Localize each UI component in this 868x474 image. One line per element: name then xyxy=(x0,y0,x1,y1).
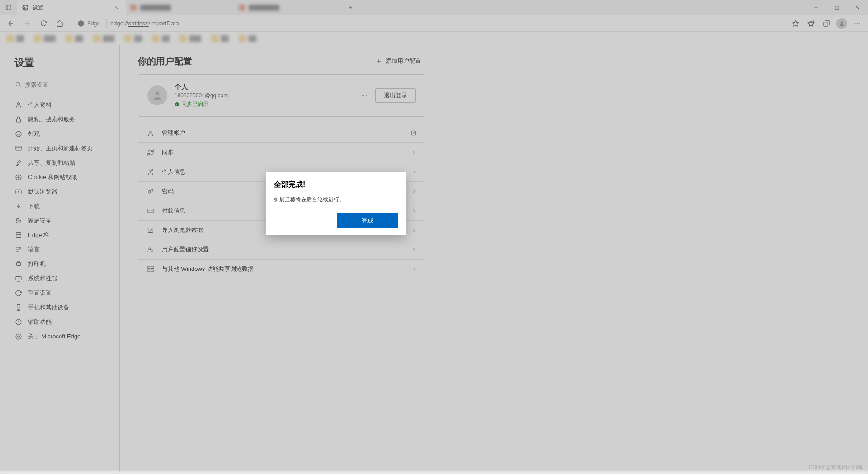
completion-dialog: 全部完成! 扩展迁移将在后台继续进行。 完成 xyxy=(266,172,406,235)
dialog-body: 扩展迁移将在后台继续进行。 xyxy=(274,196,398,204)
modal-overlay xyxy=(0,0,868,474)
done-button[interactable]: 完成 xyxy=(337,213,398,228)
dialog-title: 全部完成! xyxy=(274,180,398,190)
taskbar xyxy=(0,471,868,474)
